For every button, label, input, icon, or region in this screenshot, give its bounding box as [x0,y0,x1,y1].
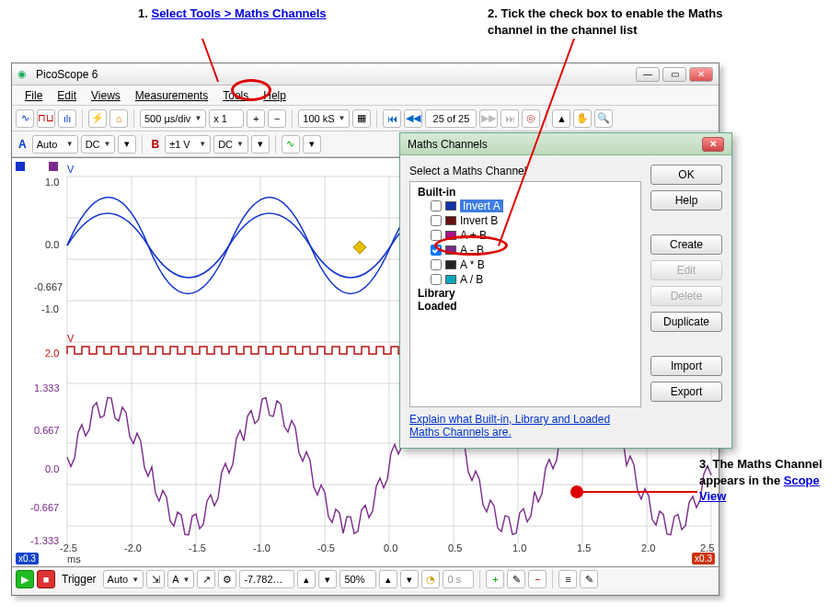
home-icon[interactable]: ⌂ [109,109,128,128]
zoom-out-icon[interactable]: − [268,109,286,128]
measure-add-icon[interactable]: + [486,570,504,588]
menu-measurements[interactable]: Measurements [128,87,215,104]
zoom-in-icon[interactable]: + [247,109,265,128]
swatch-icon [445,231,456,240]
create-button[interactable]: Create [650,234,722,255]
scope-mode-icon[interactable]: ∿ [16,109,34,128]
help-button[interactable]: Help [650,190,722,211]
channel-b-options-icon[interactable]: ▾ [251,135,270,154]
maths-item-0[interactable]: Invert A [414,199,637,213]
last-page-icon[interactable]: ⏭ [501,109,519,128]
annotation-step1-link[interactable]: Select Tools > Maths Channels [151,6,326,20]
export-button[interactable]: Export [650,382,722,402]
annotation-step3: 3. The Maths Channel appears in the Scop… [699,456,837,505]
maths-item-label: Invert A [460,200,503,212]
close-button[interactable]: ✕ [689,67,713,82]
maths-checkbox-3[interactable] [431,245,442,256]
zoom-dropdown[interactable]: x 1 [209,109,244,128]
rulers-icon[interactable]: ≡ [558,570,577,588]
maths-checkbox-4[interactable] [431,259,442,270]
trigger-rising-icon[interactable]: ↗ [197,570,215,588]
run-button[interactable]: ▶ [16,570,34,588]
edit-button[interactable]: Edit [650,260,722,280]
stop-button[interactable]: ■ [37,570,55,588]
pretrig-up-icon[interactable]: ▴ [379,570,397,588]
channel-a-label: A [16,138,29,151]
channel-b-coupling[interactable]: DC▼ [213,135,248,154]
level-up-icon[interactable]: ▴ [297,570,316,588]
import-button[interactable]: Import [650,356,722,376]
notes-icon[interactable]: ✎ [580,570,598,588]
maths-channel-list[interactable]: Built-in Invert A Invert B A + B A - B A… [409,181,641,407]
level-down-icon[interactable]: ▾ [318,570,337,588]
trigger-edge-icon[interactable]: ⇲ [146,570,165,588]
maths-item-4[interactable]: A * B [414,257,637,272]
sig-gen-options-icon[interactable]: ▾ [303,135,321,154]
trigger-adv-icon[interactable]: ⚙ [218,570,236,588]
minimize-button[interactable]: — [636,67,660,82]
maths-item-1[interactable]: Invert B [414,213,637,228]
maths-item-label: A * B [460,258,485,271]
menubar: File Edit Views Measurements Tools Help [12,86,719,106]
pretrig-down-icon[interactable]: ▾ [400,570,419,588]
maths-item-3[interactable]: A - B [414,243,637,257]
explain-link[interactable]: Explain what Built-in, Library and Loade… [409,413,641,439]
menu-file[interactable]: File [17,87,50,104]
buffer-icon[interactable]: ▦ [352,109,371,128]
menu-edit[interactable]: Edit [50,87,84,104]
dialog-close-button[interactable]: ✕ [702,137,724,152]
auto-setup-icon[interactable]: ⚡ [88,109,107,128]
maths-channels-dialog: Maths Channels ✕ Select a Maths Channel … [399,132,732,449]
trigger-mode[interactable]: Auto▼ [103,570,144,588]
samples-dropdown[interactable]: 100 kS▼ [298,109,350,128]
measure-delete-icon[interactable]: − [528,570,547,588]
xzoom-right[interactable]: x0.3 [692,553,715,565]
maths-checkbox-0[interactable] [431,200,442,211]
pointer-icon[interactable]: ▲ [552,109,570,128]
trigger-label: Trigger [58,573,100,586]
next-page-icon[interactable]: ▶▶ [479,109,498,128]
trigger-level[interactable]: -7.782… [239,570,294,588]
duplicate-button[interactable]: Duplicate [650,312,722,332]
dialog-titlebar: Maths Channels ✕ [400,133,731,155]
channel-b-range[interactable]: ±1 V▼ [165,135,211,154]
maths-item-2[interactable]: A + B [414,228,637,243]
trigger-delay[interactable]: 0 s [443,570,474,588]
maths-checkbox-5[interactable] [431,274,442,285]
menu-tools[interactable]: Tools [215,87,256,104]
maths-checkbox-1[interactable] [431,215,442,226]
trigger-source[interactable]: A▼ [167,570,194,588]
channel-a-coupling[interactable]: DC▼ [81,135,116,154]
svg-rect-1 [49,162,58,171]
maths-checkbox-2[interactable] [431,230,442,241]
hand-icon[interactable]: ✋ [573,109,592,128]
channel-a-options-icon[interactable]: ▾ [118,135,136,154]
timebase-dropdown[interactable]: 500 µs/div▼ [140,109,206,128]
persistence-mode-icon[interactable]: ⊓⊔ [37,109,55,128]
maximize-button[interactable]: ▭ [662,67,686,82]
xzoom-left[interactable]: x0.3 [16,553,39,565]
channel-a-range[interactable]: Auto▼ [32,135,78,154]
delay-icon[interactable]: ◔ [421,570,440,588]
zoom-tool-icon[interactable]: 🔍 [594,109,613,128]
prev-page-icon[interactable]: ◀◀ [404,109,422,128]
first-page-icon[interactable]: ⏮ [383,109,401,128]
pretrigger[interactable]: 50% [339,570,376,588]
menu-help[interactable]: Help [256,87,293,104]
ok-button[interactable]: OK [650,165,722,185]
maths-item-5[interactable]: A / B [414,272,637,287]
page-indicator[interactable]: 25 of 25 [425,109,477,128]
sig-gen-icon[interactable]: ∿ [282,135,300,154]
channel-b-label: B [148,138,162,151]
y1-unit: V [67,164,74,175]
swatch-icon [445,260,456,269]
menu-views[interactable]: Views [84,87,128,104]
measure-edit-icon[interactable]: ✎ [507,570,525,588]
spectrum-mode-icon[interactable]: ılı [58,109,76,128]
target-icon[interactable]: ◎ [522,109,540,128]
annotation-step2: 2. Tick the check box to enable the Math… [488,6,727,38]
swatch-icon [445,201,456,211]
tree-loaded: Loaded [414,300,637,313]
delete-button[interactable]: Delete [650,286,722,306]
app-icon: ◉ [17,68,30,81]
